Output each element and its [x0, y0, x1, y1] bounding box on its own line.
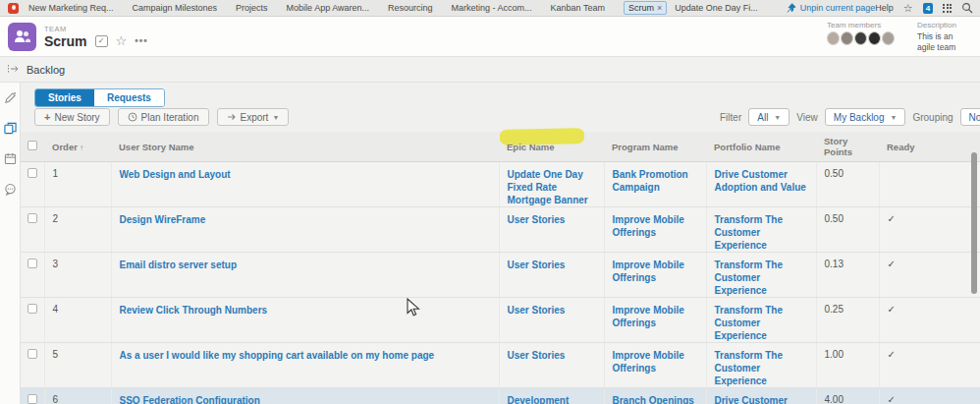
epic-link[interactable]: User Stories: [508, 304, 566, 317]
row-ready-check: ✓: [879, 253, 980, 298]
program-link[interactable]: Branch Openings: [613, 394, 694, 404]
epic-link[interactable]: User Stories: [508, 349, 566, 362]
tab-stories[interactable]: Stories: [35, 89, 94, 106]
row-checkbox[interactable]: [27, 394, 37, 404]
unpin-current-page-button[interactable]: Unpin current page: [787, 3, 876, 13]
topbar-tab-scrum-active[interactable]: Scrum ×: [624, 1, 667, 15]
column-header-epic-name[interactable]: Epic Name: [499, 132, 604, 162]
topbar-tab-projects[interactable]: Projects: [236, 3, 268, 13]
program-link[interactable]: Improve Mobile Offerings: [613, 349, 698, 375]
story-link[interactable]: Web Design and Layout: [120, 168, 231, 181]
view-dropdown[interactable]: My Backlog ▼: [825, 108, 906, 126]
app-logo-icon[interactable]: [8, 3, 19, 14]
filter-dropdown[interactable]: All ▼: [748, 108, 789, 126]
program-link[interactable]: Improve Mobile Offerings: [613, 213, 698, 239]
row-checkbox[interactable]: [27, 259, 37, 268]
toolbar-left: + New Story Plan Iteration Export ▼: [34, 108, 289, 126]
column-header-portfolio-name[interactable]: Portfolio Name: [706, 132, 816, 162]
topbar-tab-kanban-team[interactable]: Kanban Team: [551, 3, 605, 13]
notification-badge[interactable]: 4: [923, 3, 933, 14]
table-row[interactable]: 4 Review Click Through Numbers User Stor…: [20, 298, 980, 343]
column-header-program-name[interactable]: Program Name: [604, 132, 706, 162]
grouping-dropdown[interactable]: Nothing ▼: [960, 108, 980, 126]
help-link[interactable]: Help: [875, 3, 894, 13]
topbar-tab-marketing-accom[interactable]: Marketing - Accom...: [452, 3, 532, 13]
new-story-button[interactable]: + New Story: [34, 108, 110, 126]
close-tab-icon[interactable]: ×: [657, 4, 662, 13]
portfolio-link[interactable]: Drive Customer Adoption and Value: [715, 394, 808, 404]
backlog-cards-icon[interactable]: [4, 122, 17, 135]
row-checkbox[interactable]: [27, 213, 37, 223]
story-link[interactable]: Email distro server setup: [120, 259, 238, 271]
story-link[interactable]: SSO Federation Configuration: [120, 394, 260, 404]
page-section-title: Backlog: [27, 64, 65, 76]
epic-link[interactable]: User Stories: [508, 259, 566, 271]
row-story-points: 0.13: [816, 253, 879, 298]
portfolio-link[interactable]: Transform The Customer Experience: [715, 213, 808, 252]
favorite-team-star-icon[interactable]: ☆: [116, 33, 128, 48]
conversations-icon[interactable]: [4, 183, 17, 196]
top-tab-bar: New Marketing Req... Campaign Milestones…: [0, 0, 980, 17]
table-row-hovered[interactable]: 6 SSO Federation Configuration Developme…: [20, 388, 980, 404]
clock-icon: [128, 112, 137, 122]
avatar[interactable]: [841, 31, 853, 45]
table-row[interactable]: 3 Email distro server setup User Stories…: [20, 253, 980, 298]
planning-pen-icon[interactable]: [4, 91, 17, 104]
column-header-user-story-name[interactable]: User Story Name: [111, 132, 499, 162]
program-link[interactable]: Bank Promotion Campaign: [613, 168, 698, 194]
avatar[interactable]: [827, 31, 840, 45]
team-members-avatars[interactable]: [827, 31, 896, 45]
epic-link[interactable]: User Stories: [508, 213, 566, 226]
table-row[interactable]: 2 Design WireFrame User Stories Improve …: [20, 207, 980, 253]
avatar[interactable]: [868, 31, 881, 45]
select-all-checkbox[interactable]: [27, 141, 37, 150]
row-checkbox[interactable]: [27, 168, 37, 178]
asset-type-label: TEAM: [44, 25, 148, 33]
vertical-scrollbar[interactable]: [971, 152, 977, 294]
row-checkbox[interactable]: [27, 304, 37, 314]
topbar-tab-campaign-milestones[interactable]: Campaign Milestones: [133, 3, 218, 13]
description-label: Description: [917, 21, 968, 29]
table-row[interactable]: 1 Web Design and Layout Update One Day F…: [20, 162, 980, 207]
select-team-dropdown[interactable]: ✓: [95, 35, 108, 47]
plan-iteration-button[interactable]: Plan Iteration: [118, 108, 209, 126]
row-story-points: 4.00: [816, 388, 879, 404]
story-link[interactable]: Design WireFrame: [120, 213, 206, 226]
epic-link[interactable]: Update One Day Fixed Rate Mortgage Banne…: [508, 168, 596, 206]
column-header-story-points[interactable]: Story Points: [816, 132, 879, 162]
tab-requests[interactable]: Requests: [94, 89, 164, 106]
toolbar-right: Filter All ▼ View My Backlog ▼ Grouping …: [720, 108, 980, 126]
row-order: 2: [44, 207, 111, 253]
row-checkbox[interactable]: [27, 349, 37, 359]
mouse-cursor: [407, 298, 420, 317]
story-link[interactable]: As a user I would like my shopping cart …: [120, 349, 435, 362]
portfolio-link[interactable]: Transform The Customer Experience: [715, 349, 808, 387]
column-header-ready[interactable]: Ready: [879, 132, 980, 162]
search-icon[interactable]: [961, 2, 973, 14]
topbar-tab-resourcing[interactable]: Resourcing: [388, 3, 433, 13]
collapse-panel-icon[interactable]: [7, 64, 20, 75]
table-row[interactable]: 5 As a user I would like my shopping car…: [20, 343, 980, 388]
story-link[interactable]: Review Click Through Numbers: [120, 304, 268, 317]
favorite-star-icon[interactable]: ☆: [903, 2, 913, 15]
column-header-order[interactable]: Order↑: [44, 132, 111, 162]
team-members-label: Team members: [827, 21, 896, 29]
epic-link[interactable]: Development Product Backlog: [508, 394, 596, 404]
left-icon-rail: [0, 83, 21, 404]
portfolio-link[interactable]: Drive Customer Adoption and Value: [715, 168, 808, 194]
program-link[interactable]: Improve Mobile Offerings: [613, 304, 698, 329]
avatar[interactable]: [882, 31, 895, 45]
new-story-label: New Story: [54, 112, 99, 123]
app-grid-icon[interactable]: [943, 4, 952, 13]
topbar-tab-new-marketing-req[interactable]: New Marketing Req...: [28, 3, 114, 13]
topbar-tab-mobile-app-awareness[interactable]: Mobile App Awaren...: [287, 3, 369, 13]
more-options-button[interactable]: •••: [135, 35, 148, 46]
program-link[interactable]: Improve Mobile Offerings: [613, 259, 698, 284]
portfolio-link[interactable]: Transform The Customer Experience: [715, 304, 808, 342]
calendar-icon[interactable]: [4, 152, 17, 165]
topbar-tab-update-one-day[interactable]: Update One Day Fi...: [675, 3, 758, 13]
export-button[interactable]: Export ▼: [217, 108, 290, 126]
portfolio-link[interactable]: Transform The Customer Experience: [715, 259, 808, 297]
avatar[interactable]: [854, 31, 867, 45]
plus-icon: +: [44, 111, 50, 123]
